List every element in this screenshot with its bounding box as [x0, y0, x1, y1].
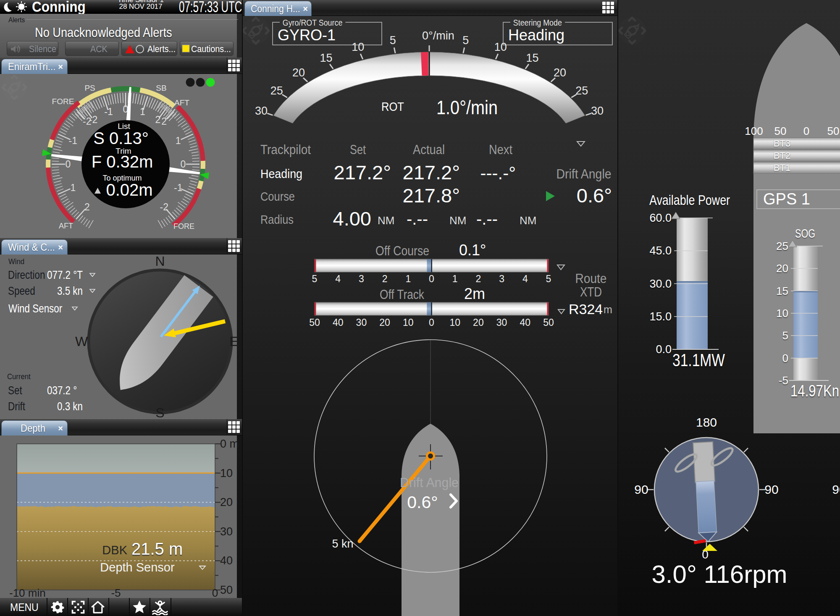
svg-text:Route: Route: [575, 271, 607, 286]
svg-text:2: 2: [161, 116, 167, 127]
svg-text:5: 5: [390, 34, 396, 47]
svg-text:-1: -1: [69, 135, 77, 146]
svg-text:21.5 m: 21.5 m: [131, 540, 183, 558]
svg-text:GPS 1: GPS 1: [763, 190, 810, 208]
svg-text:15: 15: [776, 285, 788, 297]
svg-text:20: 20: [776, 262, 788, 275]
svg-text:1: 1: [452, 273, 458, 284]
svg-text:XTD: XTD: [580, 285, 602, 299]
svg-text:0.0: 0.0: [656, 343, 672, 356]
svg-text:S: S: [155, 405, 164, 419]
svg-text:25: 25: [776, 240, 788, 252]
svg-text:10: 10: [449, 317, 460, 328]
svg-text:217.2°: 217.2°: [403, 161, 460, 183]
svg-text:Off Track: Off Track: [380, 287, 424, 302]
svg-text:1: 1: [70, 182, 76, 193]
svg-text:Course: Course: [260, 189, 295, 203]
svg-text:5: 5: [462, 34, 469, 47]
svg-text:SOG: SOG: [795, 227, 815, 240]
svg-text:25: 25: [575, 84, 588, 97]
svg-text:40: 40: [220, 554, 233, 567]
svg-text:AFT: AFT: [174, 98, 189, 107]
svg-text:2: 2: [382, 273, 388, 284]
svg-text:30.0: 30.0: [649, 278, 672, 290]
svg-text:-5: -5: [111, 587, 121, 598]
svg-text:PS: PS: [84, 84, 95, 92]
svg-text:-1: -1: [174, 182, 182, 193]
svg-text:1: 1: [405, 273, 411, 284]
svg-text:FORE: FORE: [52, 97, 74, 106]
svg-text:5 kn: 5 kn: [332, 537, 353, 550]
svg-text:Next: Next: [489, 142, 512, 157]
svg-text:30: 30: [220, 525, 233, 538]
svg-text:50: 50: [774, 125, 787, 137]
svg-text:10: 10: [403, 317, 414, 328]
svg-text:3: 3: [499, 273, 504, 284]
svg-text:BT2: BT2: [774, 150, 790, 161]
svg-text:0: 0: [181, 159, 186, 170]
svg-text:10: 10: [494, 41, 507, 53]
svg-text:0.6°: 0.6°: [407, 493, 438, 512]
svg-text:5: 5: [546, 273, 551, 284]
svg-text:90: 90: [634, 482, 648, 496]
svg-text:0°/min: 0°/min: [422, 29, 454, 42]
svg-text:0.02m: 0.02m: [106, 181, 152, 199]
svg-text:2: 2: [84, 202, 90, 212]
svg-text:5: 5: [312, 273, 318, 284]
svg-text:-.--: -.--: [476, 210, 498, 228]
svg-text:15: 15: [526, 52, 539, 64]
svg-text:FORE: FORE: [173, 222, 194, 231]
svg-text:Set: Set: [350, 142, 366, 157]
svg-text:20: 20: [292, 66, 305, 79]
svg-text:25: 25: [270, 84, 283, 97]
svg-text:20: 20: [220, 496, 233, 509]
svg-text:m: m: [604, 304, 612, 315]
svg-text:30: 30: [591, 105, 604, 117]
svg-text:0 m: 0 m: [220, 438, 239, 450]
svg-text:W: W: [75, 334, 88, 349]
svg-text:31.1MW: 31.1MW: [672, 350, 725, 370]
svg-text:90: 90: [764, 482, 778, 496]
svg-text:0.1°: 0.1°: [459, 241, 486, 259]
svg-text:50: 50: [543, 317, 554, 328]
svg-text:-2: -2: [83, 116, 91, 127]
svg-text:10: 10: [352, 41, 364, 53]
svg-text:DBK: DBK: [102, 543, 127, 557]
svg-text:2: 2: [155, 114, 161, 125]
svg-text:50: 50: [220, 584, 233, 596]
svg-text:0: 0: [66, 159, 71, 170]
svg-text:2: 2: [476, 273, 481, 284]
svg-text:-2: -2: [160, 202, 168, 212]
svg-text:Drift Angle: Drift Angle: [556, 167, 612, 181]
svg-text:Actual: Actual: [413, 142, 445, 157]
svg-text:R324: R324: [569, 301, 603, 317]
svg-text:Drift Angle: Drift Angle: [400, 475, 459, 490]
svg-text:0: 0: [429, 317, 434, 328]
svg-text:10: 10: [776, 307, 788, 320]
svg-text:AFT: AFT: [59, 222, 73, 230]
svg-text:0: 0: [803, 125, 809, 137]
svg-text:1.0°/min: 1.0°/min: [436, 97, 498, 118]
svg-text:S 0.13°: S 0.13°: [93, 129, 149, 147]
svg-text:BT3: BT3: [774, 138, 790, 149]
svg-text:---.-°: ---.-°: [480, 163, 516, 183]
svg-text:40: 40: [333, 317, 344, 328]
svg-text:Off Course: Off Course: [375, 244, 429, 258]
svg-text:3: 3: [359, 273, 364, 284]
svg-text:20: 20: [379, 317, 390, 328]
svg-text:Available Power: Available Power: [649, 192, 730, 208]
svg-text:50: 50: [827, 125, 840, 137]
svg-text:0: 0: [212, 587, 218, 598]
svg-text:90: 90: [832, 482, 840, 496]
svg-text:F 0.32m: F 0.32m: [92, 152, 153, 171]
svg-text:-10 min: -10 min: [9, 587, 46, 598]
svg-text:0: 0: [429, 273, 434, 284]
svg-text:4: 4: [522, 273, 528, 284]
svg-text:Trackpilot: Trackpilot: [260, 142, 311, 157]
svg-text:NM: NM: [378, 214, 394, 227]
svg-text:100: 100: [745, 125, 763, 137]
svg-text:5: 5: [782, 329, 788, 342]
svg-text:4.00: 4.00: [333, 207, 371, 230]
svg-text:180: 180: [696, 415, 717, 429]
svg-text:20: 20: [473, 317, 484, 328]
